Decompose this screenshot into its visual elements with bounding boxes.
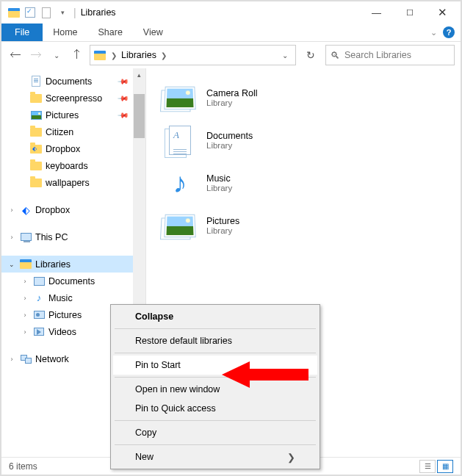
- chevron-right-icon[interactable]: ›: [21, 311, 29, 319]
- sidebar-item-pictures[interactable]: Pictures📌: [1, 107, 145, 123]
- list-item[interactable]: ♪ MusicLibrary: [164, 162, 456, 203]
- properties-icon[interactable]: [24, 6, 37, 19]
- sidebar-item-dropbox[interactable]: ›⬖Dropbox: [1, 201, 145, 218]
- item-type: Library: [206, 141, 253, 150]
- explorer-app-icon: [7, 6, 21, 19]
- minimize-button[interactable]: —: [360, 1, 393, 24]
- menu-separator: [115, 444, 316, 445]
- sidebar-item-documents[interactable]: Documents📌: [1, 73, 145, 90]
- expand-ribbon-icon[interactable]: ⌄: [430, 28, 437, 37]
- tree-label: Libraries: [35, 259, 71, 270]
- music-icon: ♪: [164, 167, 196, 199]
- status-item-count: 6 items: [9, 461, 37, 472]
- address-bar[interactable]: ❯ Libraries ❯ ⌄: [90, 45, 296, 65]
- chevron-right-icon[interactable]: ›: [21, 328, 29, 336]
- item-name: Documents: [206, 131, 253, 141]
- ctx-open-new-window[interactable]: Open in new window: [113, 380, 317, 399]
- ctx-collapse[interactable]: Collapse: [113, 307, 317, 326]
- address-segment[interactable]: Libraries: [121, 50, 156, 60]
- tree-label: wallpapers: [46, 178, 90, 188]
- details-view-button[interactable]: ☰: [419, 460, 436, 473]
- title-divider: |: [73, 7, 76, 18]
- search-box[interactable]: 🔍︎: [325, 45, 455, 65]
- window-controls: — ☐ ✕: [360, 1, 459, 24]
- pictures-icon: [164, 209, 196, 242]
- menu-separator: [115, 377, 316, 378]
- sidebar-item-citizen[interactable]: Citizen: [1, 123, 145, 140]
- scroll-up-icon[interactable]: ▴: [133, 68, 145, 81]
- pictures-icon: [32, 309, 46, 322]
- chevron-right-icon[interactable]: ❯: [161, 51, 167, 60]
- item-type: Library: [206, 226, 239, 235]
- tab-share[interactable]: Share: [88, 24, 133, 41]
- chevron-right-icon[interactable]: ›: [21, 295, 29, 302]
- sidebar-item-screenpresso[interactable]: Screenpresso📌: [1, 90, 145, 107]
- qat-dropdown-icon[interactable]: ▾: [56, 6, 69, 19]
- item-type: Library: [206, 184, 232, 192]
- videos-icon: [32, 325, 46, 339]
- context-menu: Collapse Restore default libraries Pin t…: [110, 304, 320, 469]
- pc-icon: [19, 231, 32, 244]
- chevron-right-icon[interactable]: ›: [7, 234, 16, 241]
- tree-label: Documents: [48, 276, 95, 286]
- ribbon: File Home Share View ⌄ ?: [1, 24, 461, 42]
- tree-label: Citizen: [46, 127, 73, 137]
- tab-home[interactable]: Home: [43, 24, 87, 41]
- item-name: Music: [206, 173, 232, 184]
- tree-label: Screenpresso: [46, 93, 102, 104]
- sidebar-item-lib-documents[interactable]: ›Documents: [1, 273, 145, 289]
- help-icon[interactable]: ?: [443, 26, 455, 38]
- menu-separator: [115, 328, 316, 329]
- tree-label: Music: [48, 293, 73, 303]
- search-input[interactable]: [344, 50, 450, 60]
- list-item[interactable]: DocumentsLibrary: [164, 120, 456, 161]
- sidebar-item-this-pc[interactable]: ›This PC: [1, 228, 145, 245]
- sidebar-item-wallpapers[interactable]: wallpapers: [1, 174, 145, 191]
- camera-roll-icon: [164, 82, 196, 114]
- recent-dropdown-icon[interactable]: ⌄: [48, 47, 65, 63]
- music-icon: ♪: [32, 292, 46, 305]
- chevron-right-icon[interactable]: ›: [21, 278, 29, 285]
- quick-access-toolbar: ▾: [3, 6, 69, 19]
- tab-view[interactable]: View: [133, 24, 173, 41]
- thumbnails-view-button[interactable]: ▦: [437, 460, 453, 473]
- item-type: Library: [206, 98, 257, 107]
- window-title: Libraries: [81, 7, 116, 18]
- list-item[interactable]: Camera RollLibrary: [164, 77, 456, 118]
- sidebar-item-libraries[interactable]: ⌄Libraries: [1, 256, 145, 273]
- ctx-pin-quick-access[interactable]: Pin to Quick access: [113, 399, 317, 418]
- maximize-button[interactable]: ☐: [393, 1, 426, 24]
- sidebar-item-dropbox-folder[interactable]: ⬖Dropbox: [1, 140, 145, 157]
- tree-label: This PC: [35, 232, 68, 242]
- network-icon: [19, 353, 32, 366]
- close-button[interactable]: ✕: [426, 1, 459, 24]
- sidebar-item-keyboards[interactable]: keyboards: [1, 157, 145, 174]
- scrollbar-thumb[interactable]: [134, 94, 145, 138]
- refresh-button[interactable]: ↻: [300, 45, 321, 65]
- back-button[interactable]: 🡐: [7, 47, 24, 63]
- dropbox-icon: ⬖: [19, 203, 32, 217]
- tree-label: keyboards: [46, 161, 88, 171]
- ctx-pin-to-start[interactable]: Pin to Start: [113, 356, 317, 375]
- file-tab[interactable]: File: [1, 24, 43, 41]
- search-icon: 🔍︎: [331, 50, 340, 61]
- chevron-down-icon[interactable]: ⌄: [7, 261, 16, 268]
- ctx-new[interactable]: New❯: [113, 447, 317, 466]
- titlebar: ▾ | Libraries — ☐ ✕: [1, 1, 461, 24]
- ctx-copy[interactable]: Copy: [113, 423, 317, 442]
- chevron-right-icon[interactable]: ›: [7, 356, 16, 363]
- new-folder-icon[interactable]: [40, 6, 53, 19]
- chevron-right-icon[interactable]: ❯: [111, 51, 117, 60]
- tree-label: Videos: [48, 327, 76, 337]
- forward-button[interactable]: 🡒: [28, 47, 44, 63]
- ctx-restore-defaults[interactable]: Restore default libraries: [113, 331, 317, 350]
- documents-icon: [32, 275, 46, 288]
- address-dropdown-icon[interactable]: ⌄: [278, 51, 292, 60]
- menu-separator: [115, 420, 316, 421]
- item-name: Pictures: [206, 216, 239, 226]
- list-item[interactable]: PicturesLibrary: [164, 205, 456, 246]
- chevron-right-icon[interactable]: ›: [7, 206, 16, 214]
- up-button[interactable]: 🡑: [69, 47, 85, 63]
- pin-icon: 📌: [118, 109, 129, 120]
- tree-label: Pictures: [46, 110, 79, 120]
